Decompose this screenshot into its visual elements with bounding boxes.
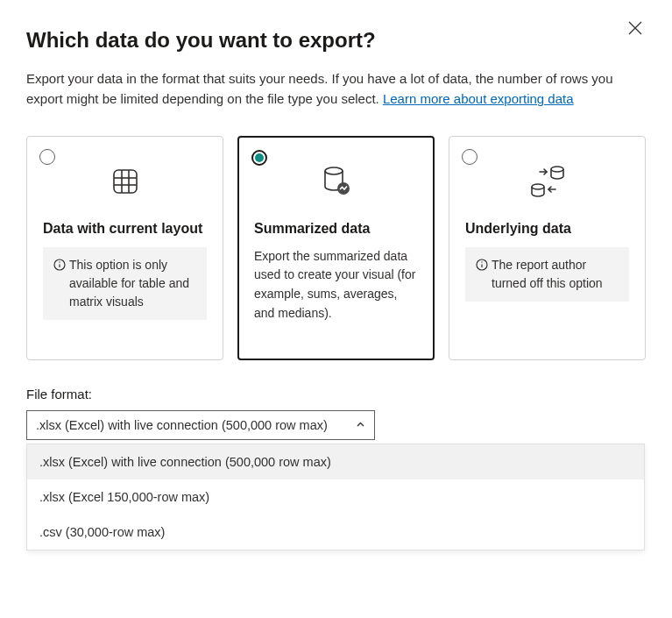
close-icon [628,21,642,35]
option-title: Data with current layout [43,221,207,237]
radio-unchecked-icon [462,149,477,165]
note-text: This option is only available for table … [69,256,196,311]
dialog-description: Export your data in the format that suit… [26,68,634,110]
option-title: Underlying data [465,221,629,237]
select-value: .xlsx (Excel) with live connection (500,… [36,418,328,432]
option-note: The report author turned off this option [465,247,629,302]
radio-checked-icon [251,150,267,166]
close-button[interactable] [625,18,646,39]
chevron-up-icon [356,418,365,432]
export-options: Data with current layout This option is … [26,136,646,360]
info-icon [53,258,66,311]
dropdown-option[interactable]: .csv (30,000-row max) [27,515,644,550]
table-layout-icon [43,160,207,203]
file-format-label: File format: [26,387,646,401]
svg-point-9 [59,261,60,262]
option-title: Summarized data [254,221,418,237]
info-icon [476,258,488,293]
database-swap-icon [465,160,629,203]
learn-more-link[interactable]: Learn more about exporting data [383,91,574,106]
file-format-select[interactable]: .xlsx (Excel) with live connection (500,… [26,410,375,440]
svg-point-16 [481,261,482,262]
note-text: The report author turned off this option [492,256,619,293]
option-summarized-data[interactable]: Summarized data Export the summarized da… [237,136,435,360]
svg-point-12 [551,167,563,172]
radio-unchecked-icon [39,149,55,165]
option-data-with-current-layout[interactable]: Data with current layout This option is … [26,136,223,360]
svg-rect-2 [114,170,137,193]
svg-point-13 [532,184,544,189]
option-underlying-data[interactable]: Underlying data The report author turned… [449,136,646,360]
dropdown-option[interactable]: .xlsx (Excel 150,000-row max) [27,479,644,515]
option-note: This option is only available for table … [43,247,207,320]
database-metric-icon [254,160,418,203]
file-format-dropdown: .xlsx (Excel) with live connection (500,… [26,444,645,551]
svg-point-10 [325,167,343,174]
option-description: Export the summarized data used to creat… [254,247,418,323]
dropdown-option[interactable]: .xlsx (Excel) with live connection (500,… [27,444,644,479]
dialog-title: Which data do you want to export? [26,28,646,53]
